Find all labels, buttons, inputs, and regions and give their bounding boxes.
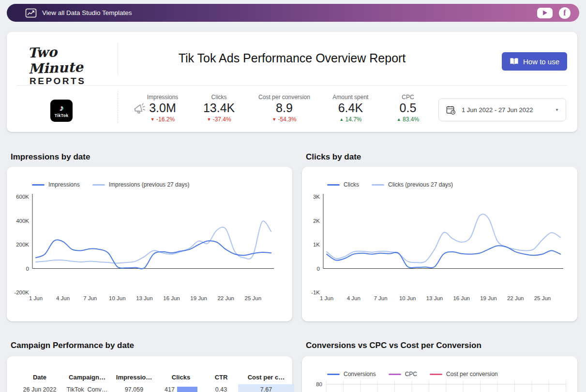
conversions-chart-card: ConversionsCPCCost per conversion 80 [302, 356, 577, 392]
impressions-plot: 600K400K200K0-200K1 Jun4 Jun7 Jun10 Jun1… [7, 191, 292, 309]
templates-banner[interactable]: View all Data Studio Templates f [7, 4, 579, 22]
book-icon [510, 58, 519, 65]
svg-text:80: 80 [316, 381, 322, 387]
svg-text:16 Jun: 16 Jun [163, 295, 180, 301]
column-header-campaign[interactable]: Campaign… [64, 374, 110, 381]
svg-text:-200K: -200K [14, 290, 29, 295]
template-chart-icon [25, 8, 37, 18]
conversions-plot: 80 [308, 374, 571, 392]
kpi-label: Clicks [202, 94, 236, 101]
megaphone-icon [132, 102, 147, 119]
kpi-label: Impressions [146, 94, 180, 101]
campaign-table-card: DateCampaign…Impressio…ClicksCTRCost per… [7, 356, 292, 392]
campaign-table-header: DateCampaign…Impressio…ClicksCTRCost per… [7, 371, 292, 383]
impressions-legend: ImpressionsImpressions (previous 27 days… [32, 181, 189, 188]
chevron-down-icon: ▼ [555, 108, 559, 112]
kpi-delta: ▲ 14.7% [332, 116, 368, 123]
table-cell: 7.67 [238, 384, 294, 392]
delta-arrow-icon: ▼ [272, 117, 276, 122]
campaign-table-body: 26 Jun 2022TikTok_Conv…97,0594170.437.67 [7, 383, 292, 392]
svg-text:3K: 3K [313, 194, 320, 200]
svg-text:10 Jun: 10 Jun [109, 295, 126, 301]
column-header-clicks[interactable]: Clicks [158, 374, 204, 381]
kpi-amount-spent: Amount spent6.4K▲ 14.7% [332, 94, 368, 123]
legend-item-impressions-previous-27-days: Impressions (previous 27 days) [92, 181, 190, 188]
column-header-date[interactable]: Date [15, 374, 64, 381]
legend-item-clicks: Clicks [327, 181, 359, 188]
svg-text:7 Jun: 7 Jun [83, 295, 97, 301]
legend-swatch [327, 184, 340, 186]
date-range-picker[interactable]: 1 Jun 2022 - 27 Jun 2022 ▼ [438, 98, 566, 121]
legend-swatch [372, 184, 384, 186]
svg-text:22 Jun: 22 Jun [217, 295, 234, 301]
kpi-label: CPC [391, 94, 425, 101]
kpi-label: Cost per conversion [258, 94, 310, 101]
how-to-use-button[interactable]: How to use [502, 52, 567, 71]
youtube-icon[interactable] [537, 8, 553, 18]
kpi-delta: ▼ -54.3% [258, 116, 310, 123]
logo-script-text: Two Minute [28, 42, 116, 77]
svg-text:400K: 400K [16, 218, 29, 224]
svg-text:0: 0 [317, 266, 320, 272]
clicks-bar [177, 387, 197, 392]
clicks-svg: 3K2K1K0-1K1 Jun4 Jun7 Jun10 Jun13 Jun16 … [302, 191, 577, 307]
campaign-table: DateCampaign…Impressio…ClicksCTRCost per… [7, 371, 292, 392]
banner-link[interactable]: View all Data Studio Templates [42, 9, 132, 16]
legend-label: Impressions [48, 181, 80, 188]
svg-text:19 Jun: 19 Jun [480, 295, 497, 301]
svg-text:2K: 2K [313, 218, 320, 224]
kpi-clicks: Clicks13.4K▼ -37.4% [202, 94, 236, 123]
column-header-cost-per-c[interactable]: Cost per c… [238, 374, 294, 381]
clicks-value: 417 [165, 384, 175, 392]
column-header-ctr[interactable]: CTR [204, 374, 238, 381]
clicks-section-title: Clicks by date [306, 152, 361, 162]
svg-text:1K: 1K [313, 242, 320, 247]
report-header-card: Two Minute REPORTS Tik Tok Ads Performan… [7, 32, 577, 132]
tiktok-wordmark: TikTok [55, 113, 68, 118]
table-cell: 0.43 [204, 384, 238, 392]
svg-text:600K: 600K [16, 194, 29, 200]
table-cell: 417 [158, 384, 204, 392]
header-vertical-divider [118, 42, 118, 76]
svg-text:1 Jun: 1 Jun [29, 295, 43, 301]
svg-text:25 Jun: 25 Jun [534, 295, 551, 301]
svg-text:13 Jun: 13 Jun [426, 295, 443, 301]
kpi-delta: ▼ -37.4% [202, 116, 236, 123]
svg-text:22 Jun: 22 Jun [507, 295, 524, 301]
kpi-delta: ▲ 83.4% [391, 116, 425, 123]
banner-social-icons: f [537, 7, 571, 19]
legend-item-clicks-previous-27-days: Clicks (previous 27 days) [372, 181, 453, 188]
svg-text:7 Jun: 7 Jun [374, 295, 387, 301]
kpi-value: 13.4K [202, 101, 236, 115]
delta-arrow-icon: ▼ [207, 117, 211, 122]
svg-text:-1K: -1K [311, 290, 320, 295]
svg-text:1 Jun: 1 Jun [320, 295, 333, 301]
kpi-cost-per-conversion: Cost per conversion8.9▼ -54.3% [258, 94, 310, 123]
table-row: 26 Jun 2022TikTok_Conv…97,0594170.437.67 [7, 383, 292, 392]
svg-text:4 Jun: 4 Jun [56, 295, 70, 301]
legend-item-impressions: Impressions [32, 181, 80, 188]
svg-text:4 Jun: 4 Jun [347, 295, 361, 301]
kpi-cpc: CPC0.5▲ 83.4% [391, 94, 425, 123]
svg-text:25 Jun: 25 Jun [245, 295, 262, 301]
kpi-value: 3.0M [146, 101, 180, 115]
delta-arrow-icon: ▲ [339, 117, 344, 122]
impressions-svg: 600K400K200K0-200K1 Jun4 Jun7 Jun10 Jun1… [7, 191, 292, 307]
column-header-impressio[interactable]: Impressio… [110, 374, 158, 381]
how-to-use-label: How to use [523, 58, 559, 66]
kpi-value: 8.9 [258, 101, 310, 115]
calendar-icon [446, 105, 456, 115]
clicks-legend: ClicksClicks (previous 27 days) [327, 181, 453, 188]
table-cell: 26 Jun 2022 [15, 384, 64, 392]
legend-swatch [92, 184, 105, 186]
date-range-value: 1 Jun 2022 - 27 Jun 2022 [462, 106, 533, 114]
legend-swatch [32, 184, 45, 186]
kpi-scorecards: Impressions3.0M▼ -16.2%Clicks13.4K▼ -37.… [146, 94, 425, 123]
kpi-label: Amount spent [332, 94, 368, 101]
page-title: Tik Tok Ads Performance Overview Report [128, 51, 456, 65]
clicks-plot: 3K2K1K0-1K1 Jun4 Jun7 Jun10 Jun13 Jun16 … [302, 191, 577, 309]
legend-label: Clicks (previous 27 days) [388, 181, 453, 188]
legend-label: Clicks [344, 181, 359, 188]
facebook-icon[interactable]: f [559, 7, 571, 19]
svg-text:13 Jun: 13 Jun [136, 295, 153, 301]
